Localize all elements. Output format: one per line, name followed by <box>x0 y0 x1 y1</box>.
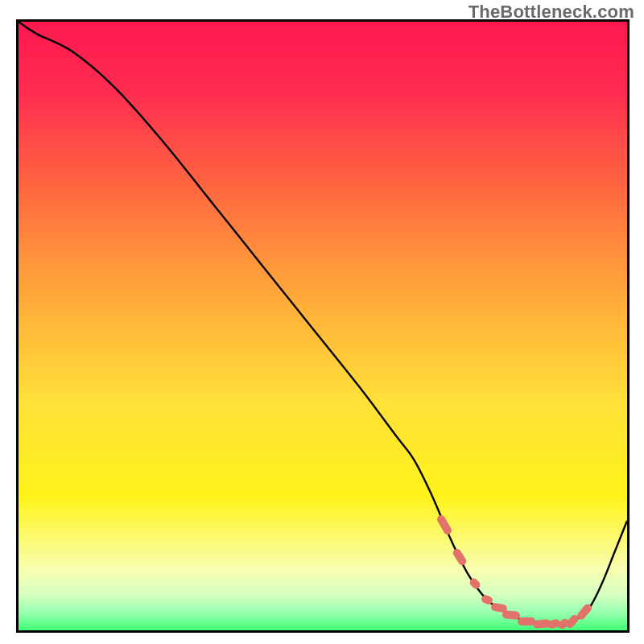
plot-area <box>16 19 630 633</box>
watermark-text: TheBottleneck.com <box>469 2 634 23</box>
curve-layer <box>19 22 627 630</box>
bottleneck-curve <box>19 22 627 625</box>
chart-root: TheBottleneck.com <box>0 0 644 644</box>
